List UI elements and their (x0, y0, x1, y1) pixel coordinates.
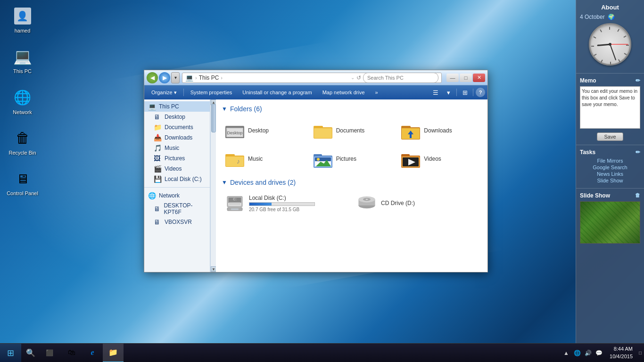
task-link-google-search[interactable]: Google Search (580, 165, 640, 170)
memo-textarea[interactable]: You can edit your memo in this box and c… (580, 86, 640, 129)
nav-music[interactable]: 🎵 Music (144, 143, 210, 153)
desktop-icon-control-panel[interactable]: 🖥 Control Panel (5, 167, 40, 198)
minimize-button[interactable]: — (446, 74, 459, 82)
svg-point-39 (366, 199, 368, 200)
devices-section-label: Devices and drives (2) (230, 179, 296, 186)
systray-globe-icon[interactable]: 🌐 (572, 348, 582, 358)
drive-d[interactable]: CD Drive (D:) (354, 192, 482, 214)
nav-local-disk[interactable]: 💾 Local Disk (C:) (144, 174, 210, 184)
nav-dropdown-button[interactable]: ▾ (171, 72, 180, 83)
nav-local-disk-label: Local Disk (C:) (165, 176, 202, 182)
address-search-input[interactable] (363, 73, 438, 83)
gadget-slideshow-title: Slide Show 🗑 (580, 192, 640, 199)
address-refresh-icon[interactable]: ↺ (356, 74, 361, 81)
desktop-icon-recycle[interactable]: 🗑 Recycle Bin (5, 127, 40, 158)
explorer-icon: 📁 (108, 348, 118, 357)
back-button[interactable]: ◀ (147, 72, 158, 83)
clock-tick-2 (623, 35, 626, 38)
scrollbar-down-arrow[interactable]: ▼ (211, 266, 216, 272)
show-desktop-button[interactable]: □ (636, 344, 644, 362)
organize-label: Organize (151, 90, 173, 95)
desktop-icon-thispc[interactable]: 💻 This PC (5, 45, 40, 76)
close-button[interactable]: ✕ (473, 74, 485, 82)
clock-time: 8:44 AM (614, 346, 633, 353)
system-properties-button[interactable]: System properties (186, 87, 237, 98)
slideshow-delete-icon[interactable]: 🗑 (635, 192, 640, 199)
folder-documents[interactable]: Documents (310, 118, 394, 143)
task-view-button[interactable]: ⬛ (40, 344, 59, 362)
address-caret: ⌄ (351, 75, 355, 80)
map-drive-button[interactable]: Map network drive (318, 87, 370, 98)
folder-music-name: Music (248, 156, 263, 162)
taskbar-edge-button[interactable]: e (82, 344, 103, 362)
organize-button[interactable]: Organize ▾ (147, 87, 182, 98)
task-link-news-links[interactable]: News Links (580, 171, 640, 177)
nav-divider-1 (144, 187, 210, 188)
sidebar-gadgets: About 4 October 🌍 (576, 0, 644, 362)
view-mode-button[interactable]: ☰ (430, 87, 441, 98)
taskbar-clock[interactable]: 8:44 AM 10/4/2015 (606, 346, 636, 360)
nav-scrollbar[interactable]: ▲ ▼ (210, 99, 216, 272)
clock-tick-11 (600, 29, 602, 32)
nav-pictures[interactable]: 🖼 Pictures (144, 153, 210, 164)
help-button[interactable]: ? (476, 88, 485, 97)
scrollbar-thumb[interactable] (211, 104, 216, 132)
desktop-icon-user[interactable]: 👤 hamed (5, 5, 40, 36)
nav-desktop-pc[interactable]: 🖥 DESKTOP-KPT6F (144, 201, 210, 217)
uninstall-button[interactable]: Uninstall or change a program (238, 87, 316, 98)
taskbar-search-button[interactable]: 🔍 (21, 344, 40, 362)
svg-rect-14 (226, 156, 244, 166)
drive-c[interactable]: C: Local Disk (C:) 20.7 GB free of 31.5 … (222, 192, 350, 214)
folder-videos[interactable]: Videos (397, 147, 482, 171)
nav-section-thispc: 💻 This PC 🖥 Desktop 📁 Documents 📥 (144, 99, 210, 186)
memo-edit-icon[interactable]: ✏ (636, 77, 640, 84)
nav-downloads[interactable]: 📥 Downloads (144, 132, 210, 143)
task-link-file-mirrors[interactable]: File Mirrors (580, 158, 640, 164)
taskbar-explorer-button[interactable]: 📁 (103, 344, 124, 362)
slideshow-image (580, 201, 640, 244)
nav-network[interactable]: 🌐 Network (144, 190, 210, 201)
drive-d-info: CD Drive (D:) (381, 200, 478, 206)
nav-desktop[interactable]: 🖥 Desktop (144, 112, 210, 122)
task-link-slide-show[interactable]: Slide Show (580, 178, 640, 183)
map-drive-label: Map network drive (322, 90, 365, 95)
drive-c-space: 20.7 GB free of 31.5 GB (249, 207, 346, 212)
address-bar[interactable]: 💻 › This PC › ⌄ ↺ (182, 73, 442, 83)
desktop-icon-network[interactable]: 🌐 Network (5, 86, 40, 117)
folder-desktop[interactable]: Desktop Desktop (222, 118, 306, 143)
view-details-dropdown[interactable]: ▾ (443, 87, 454, 98)
maximize-button[interactable]: □ (460, 74, 472, 82)
systray-expand-icon[interactable]: ▲ (561, 348, 571, 358)
layout-toggle-button[interactable]: ⊞ (459, 87, 471, 98)
systray-notification-icon[interactable]: 💬 (594, 348, 603, 358)
folders-section-header[interactable]: ▼ Folders (6) (222, 105, 482, 113)
more-toolbar-button[interactable]: » (371, 87, 383, 98)
folder-pictures[interactable]: Pictures (310, 147, 394, 171)
nav-videos[interactable]: 🎬 Videos (144, 164, 210, 174)
drive-c-name: Local Disk (C:) (249, 195, 346, 201)
start-button[interactable]: ⊞ (0, 344, 21, 362)
folder-downloads[interactable]: Downloads (397, 118, 482, 143)
devices-section-header[interactable]: ▼ Devices and drives (2) (222, 179, 482, 186)
taskbar-store-button[interactable]: 🛍 (61, 344, 82, 362)
folder-desktop-name: Desktop (248, 127, 269, 134)
drive-d-name: CD Drive (D:) (381, 200, 478, 206)
control-panel-icon: 🖥 (13, 169, 32, 188)
svg-rect-33 (231, 208, 239, 210)
memo-save-button[interactable]: Save (597, 132, 623, 141)
tasks-title-text: Tasks (580, 149, 595, 156)
music-nav-icon: 🎵 (154, 144, 162, 152)
systray-volume-icon[interactable]: 🔊 (583, 348, 593, 358)
tasks-edit-icon[interactable]: ✏ (636, 149, 640, 156)
recycle-icon-label: Recycle Bin (8, 149, 36, 156)
nav-thispc-label: This PC (159, 103, 179, 110)
drives-grid: C: Local Disk (C:) 20.7 GB free of 31.5 … (222, 192, 482, 214)
nav-documents[interactable]: 📁 Documents (144, 122, 210, 132)
address-separator-1: › (195, 75, 197, 81)
nav-vboxsvr[interactable]: 🖥 VBOXSVR (144, 217, 210, 227)
devices-arrow-icon: ▼ (222, 179, 227, 186)
nav-thispc[interactable]: 💻 This PC (144, 101, 210, 112)
show-desktop-icon: □ (639, 350, 642, 355)
folder-music[interactable]: ♪ Music (222, 147, 306, 171)
forward-button[interactable]: ▶ (159, 72, 170, 83)
